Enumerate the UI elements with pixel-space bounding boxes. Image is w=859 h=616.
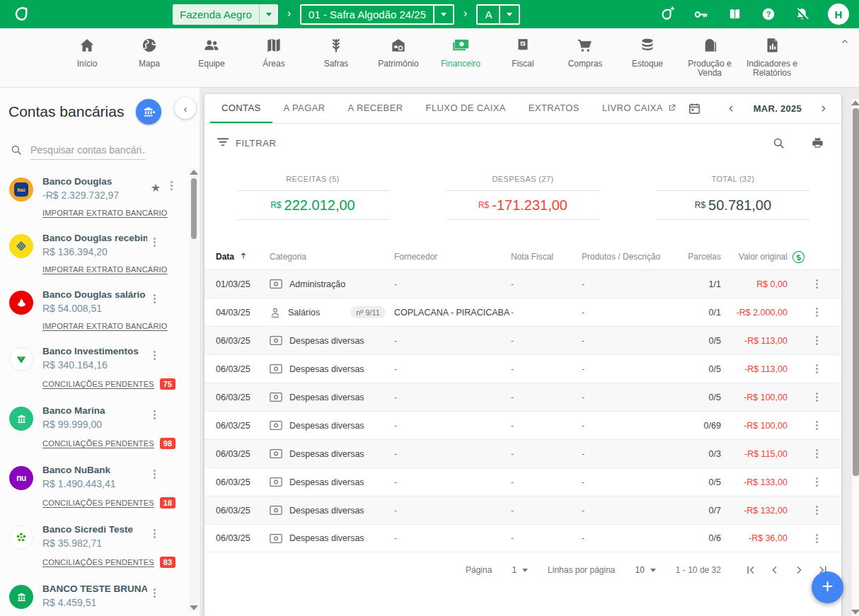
kebab-menu-icon[interactable] (147, 241, 161, 243)
column-header-nota-fiscal[interactable]: Nota Fiscal (511, 252, 582, 262)
user-avatar[interactable]: H (828, 4, 849, 25)
row-menu-icon[interactable] (805, 396, 830, 398)
nav-item-indicadores-e-relatorios[interactable]: Indicadores e Relatórios (746, 35, 799, 87)
season-selector[interactable]: 01 - Safra Algodão 24/25 (300, 4, 454, 25)
sidebar-scrollbar[interactable] (190, 168, 198, 612)
nav-item-areas[interactable]: Áreas (248, 35, 301, 87)
kebab-menu-icon[interactable] (147, 354, 161, 356)
bank-account-banco-investimentos[interactable]: Banco Investimentos R$ 340.164,16 CONCIL… (9, 339, 200, 398)
transaction-row[interactable]: 01/03/25 Administração - - - 1/1 R$ 0,00 (204, 269, 841, 298)
row-menu-icon[interactable] (805, 509, 830, 511)
first-page-icon[interactable] (741, 564, 761, 576)
book-icon[interactable] (727, 6, 743, 23)
row-menu-icon[interactable] (805, 368, 830, 370)
nav-item-equipe[interactable]: Equipe (185, 35, 238, 87)
transaction-row[interactable]: 06/03/25 Despesas diversas - - - 0/5 -R$… (204, 383, 841, 411)
transaction-row[interactable]: 06/03/25 Despesas diversas - - - 0/69 -R… (204, 411, 841, 439)
column-header-categoria[interactable]: Categoria (270, 252, 394, 262)
calendar-icon[interactable] (688, 102, 701, 115)
notifications-off-icon[interactable] (794, 6, 810, 23)
nav-item-producao-e-venda[interactable]: Produção e Venda (684, 35, 737, 87)
column-header-data[interactable]: Data (216, 251, 270, 262)
account-action-link[interactable]: CONCILIAÇÕES PENDENTES (42, 380, 154, 388)
add-bank-account-button[interactable] (136, 99, 161, 124)
column-header-produtos[interactable]: Produtos / Descrição (582, 252, 671, 262)
bank-account-banco-nubank[interactable]: nu Banco NuBank R$ 1.490.443,41 CONCILIA… (9, 458, 200, 517)
column-header-valor[interactable]: Valor original $ (721, 251, 805, 263)
nav-item-estoque[interactable]: Estoque (621, 35, 674, 87)
scroll-up-icon[interactable] (851, 100, 859, 105)
transaction-row[interactable]: 06/03/25 Despesas diversas - - - 0/6 -R$… (204, 524, 841, 552)
nav-item-compras[interactable]: Compras (559, 35, 612, 87)
bank-account-banco-teste-bruna[interactable]: BANCO TESTE BRUNA R$ 4.459,51 (9, 576, 200, 616)
farm-selector[interactable]: Fazenda Aegro (173, 4, 278, 25)
scroll-up-icon[interactable] (190, 170, 198, 175)
row-menu-icon[interactable] (805, 481, 830, 483)
nav-item-safras[interactable]: Safras (310, 35, 363, 87)
account-action-link[interactable]: IMPORTAR EXTRATO BANCÁRIO (42, 209, 168, 217)
add-farm-icon[interactable] (658, 6, 675, 23)
row-menu-icon[interactable] (805, 424, 830, 426)
column-header-parcelas[interactable]: Parcelas (671, 252, 721, 262)
account-action-link[interactable]: IMPORTAR EXTRATO BANCÁRIO (42, 265, 168, 274)
key-icon[interactable] (693, 6, 709, 23)
nav-item-mapa[interactable]: Mapa (123, 35, 176, 87)
tab-livro-caixa[interactable]: LIVRO CAIXA (591, 94, 688, 123)
collapse-sidebar-button[interactable]: ‹ (175, 98, 196, 119)
scroll-down-icon[interactable] (190, 605, 198, 610)
unit-selector-caret[interactable] (499, 6, 519, 23)
nav-item-fiscal[interactable]: Fiscal (497, 35, 550, 87)
account-action-link[interactable]: IMPORTAR EXTRATO BANCÁRIO (42, 322, 168, 330)
collapse-nav-icon[interactable] (840, 37, 850, 49)
kebab-menu-icon[interactable] (147, 414, 161, 416)
bank-account-banco-douglas-salario-ti[interactable]: Banco Douglas salário Ti... R$ 54.008,51… (9, 282, 200, 339)
search-input[interactable] (30, 142, 146, 160)
account-action-link[interactable]: CONCILIAÇÕES PENDENTES (42, 439, 154, 448)
transaction-row[interactable]: 04/03/25 Salários nº 9/11 COPLACANA - PI… (204, 298, 841, 326)
row-menu-icon[interactable] (805, 339, 830, 342)
nav-item-financeiro[interactable]: Financeiro (434, 35, 488, 87)
kebab-menu-icon[interactable] (147, 533, 161, 535)
kebab-menu-icon[interactable] (147, 592, 161, 594)
rows-per-page-select[interactable]: 10 (635, 565, 656, 575)
bank-account-banco-marina[interactable]: Banco Marina R$ 99.999,00 CONCILIAÇÕES P… (9, 398, 200, 458)
add-transaction-fab[interactable]: + (812, 571, 843, 603)
row-menu-icon[interactable] (805, 311, 830, 313)
season-selector-caret[interactable] (433, 6, 453, 23)
kebab-menu-icon[interactable] (147, 298, 161, 300)
page-select[interactable]: 1 (512, 565, 528, 575)
filter-button[interactable]: FILTRAR (217, 137, 276, 149)
tab-a-receber[interactable]: A RECEBER (337, 94, 415, 123)
help-icon[interactable]: ? (761, 6, 776, 22)
next-page-icon[interactable] (789, 564, 809, 576)
star-icon[interactable]: ★ (147, 181, 164, 194)
kebab-menu-icon[interactable] (147, 473, 161, 475)
tab-extratos[interactable]: EXTRATOS (517, 94, 591, 123)
tab-fluxo-de-caixa[interactable]: FLUXO DE CAIXA (415, 94, 517, 123)
scrollbar-thumb[interactable] (191, 178, 197, 239)
aegro-logo-icon[interactable] (10, 4, 31, 25)
nav-item-patrimonio[interactable]: Patrimônio (372, 35, 425, 87)
scrollbar-thumb[interactable] (853, 108, 859, 476)
tab-contas[interactable]: CONTAS (210, 94, 272, 123)
transaction-row[interactable]: 06/03/25 Despesas diversas - - - 0/5 -R$… (204, 326, 841, 354)
row-menu-icon[interactable] (805, 453, 830, 455)
scroll-down-icon[interactable] (851, 610, 859, 615)
row-menu-icon[interactable] (805, 537, 830, 540)
next-month-icon[interactable] (812, 103, 836, 114)
bank-account-banco-douglas-recebime[interactable]: Banco Douglas recebime... R$ 136.394,20 … (9, 226, 200, 282)
unit-selector[interactable]: A (476, 4, 520, 25)
nav-item-inicio[interactable]: Início (61, 35, 114, 87)
transaction-row[interactable]: 06/03/25 Despesas diversas - - - 0/3 -R$… (204, 439, 841, 467)
transaction-row[interactable]: 06/03/25 Despesas diversas - - - 0/7 -R$… (204, 496, 841, 524)
bank-account-banco-sicredi-teste[interactable]: Banco Sicredi Teste R$ 35.982,71 CONCILI… (9, 517, 200, 576)
page-scrollbar[interactable] (851, 99, 859, 616)
kebab-menu-icon[interactable] (164, 185, 178, 187)
column-header-fornecedor[interactable]: Fornecedor (394, 252, 511, 262)
bank-account-banco-douglas[interactable]: Itaú Banco Douglas -R$ 2.329.732,97 ★ IM… (9, 169, 200, 226)
previous-month-icon[interactable] (720, 103, 744, 114)
farm-selector-caret[interactable] (259, 4, 278, 25)
account-action-link[interactable]: CONCILIAÇÕES PENDENTES (42, 499, 154, 507)
print-icon[interactable] (811, 136, 824, 150)
search-icon[interactable] (772, 136, 785, 150)
